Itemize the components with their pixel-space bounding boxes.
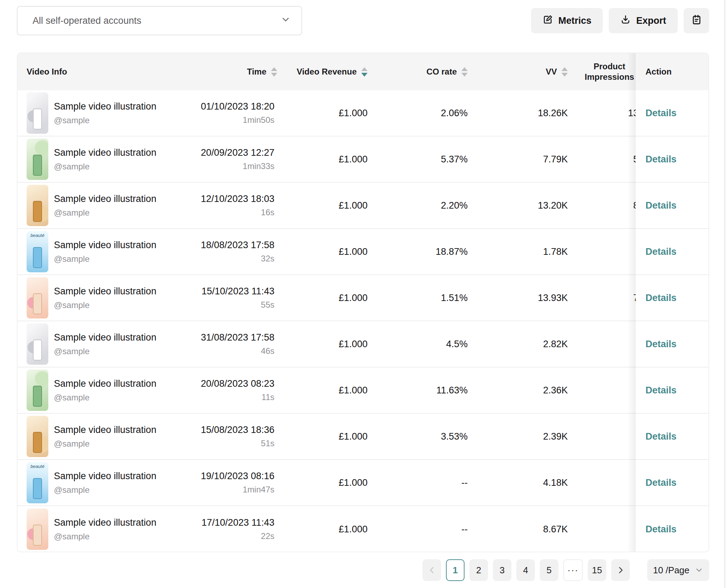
details-link[interactable]: Details — [645, 524, 677, 535]
thumb-brand-label: beauté — [27, 233, 48, 238]
video-title: Sample video illustration — [54, 378, 156, 389]
table-row: Sample video illustration @sample 20/08/… — [18, 368, 708, 414]
video-thumbnail[interactable] — [27, 92, 48, 134]
details-link[interactable]: Details — [645, 431, 677, 442]
metrics-button[interactable]: Metrics — [531, 8, 603, 33]
revenue-header-label: Video Revenue — [296, 67, 357, 77]
co-rate-value: 1.51% — [368, 293, 468, 303]
pagination-page-1[interactable]: 1 — [446, 559, 465, 581]
co-rate-value: 2.20% — [368, 200, 468, 211]
video-post-date: 19/10/2023 08:16 — [201, 471, 274, 482]
video-revenue-value: £1.000 — [277, 108, 368, 119]
video-revenue-value: £1.000 — [277, 246, 368, 257]
details-link[interactable]: Details — [645, 385, 677, 396]
video-info-cell: Sample video illustration @sample — [18, 323, 169, 365]
video-revenue-value: £1.000 — [277, 200, 368, 211]
video-title: Sample video illustration — [54, 194, 156, 204]
edit-metrics-icon — [543, 14, 553, 27]
video-thumbnail[interactable] — [27, 509, 48, 550]
table-row: Sample video illustration @sample 31/08/… — [18, 321, 708, 368]
video-title: Sample video illustration — [54, 147, 156, 158]
column-header-video-info: Video Info — [18, 67, 169, 77]
video-thumbnail[interactable]: beauté — [27, 231, 48, 272]
video-thumbnail[interactable] — [27, 139, 48, 180]
details-link[interactable]: Details — [645, 339, 677, 350]
details-link[interactable]: Details — [645, 477, 677, 488]
video-title: Sample video illustration — [54, 471, 156, 482]
video-account-handle: @sample — [54, 439, 156, 449]
table-row: Sample video illustration @sample 15/10/… — [18, 275, 708, 321]
time-cell: 31/08/2023 17:58 46s — [169, 332, 277, 356]
details-link[interactable]: Details — [645, 154, 677, 165]
video-thumbnail[interactable] — [27, 416, 48, 457]
video-duration: 55s — [261, 300, 274, 310]
video-account-handle: @sample — [54, 393, 156, 402]
pagination-page-4[interactable]: 4 — [516, 559, 535, 581]
sort-icon-co-rate[interactable] — [461, 67, 468, 77]
pagination: 12345···15 10 /Page — [423, 559, 709, 581]
pagination-ellipsis[interactable]: ··· — [563, 559, 583, 581]
sort-icon-time[interactable] — [271, 67, 277, 77]
video-info-cell: Sample video illustration @sample — [18, 277, 169, 318]
vv-value: 2.82K — [468, 339, 568, 350]
export-button-label: Export — [636, 15, 666, 26]
impressions-header-line2: Impressions — [585, 72, 634, 82]
pagination-prev-button[interactable] — [423, 559, 441, 581]
account-filter-select[interactable]: All self-operated accounts — [17, 6, 302, 35]
sort-icon-video-revenue[interactable] — [361, 67, 368, 77]
pagination-page-2[interactable]: 2 — [469, 559, 488, 581]
video-account-handle: @sample — [54, 115, 156, 125]
video-duration: 46s — [261, 346, 274, 356]
pagination-page-3[interactable]: 3 — [493, 559, 511, 581]
pagination-page-15[interactable]: 15 — [588, 559, 606, 581]
co-rate-value: 5.37% — [368, 154, 468, 165]
co-rate-value: -- — [368, 477, 468, 488]
page-size-select[interactable]: 10 /Page — [647, 559, 709, 581]
video-meta: Sample video illustration @sample — [54, 471, 156, 495]
video-duration: 22s — [261, 531, 274, 541]
column-header-action: Action — [636, 53, 708, 90]
details-link[interactable]: Details — [645, 246, 677, 257]
video-thumbnail[interactable] — [27, 370, 48, 411]
video-post-date: 20/09/2023 12:27 — [201, 147, 274, 158]
scrollbar-track[interactable] — [724, 0, 725, 588]
table-row: beauté Sample video illustration @sample… — [18, 229, 708, 275]
action-column: Action Details Details Details Details D… — [636, 53, 708, 552]
video-post-date: 20/08/2023 08:23 — [201, 378, 274, 389]
time-cell: 17/10/2023 11:43 22s — [169, 517, 277, 541]
video-duration: 51s — [261, 439, 274, 448]
video-thumbnail[interactable] — [27, 323, 48, 365]
video-post-date: 31/08/2023 17:58 — [201, 332, 274, 343]
video-title: Sample video illustration — [54, 517, 156, 528]
report-clipboard-button[interactable] — [684, 8, 709, 33]
chevron-down-icon — [280, 14, 291, 27]
pagination-page-5[interactable]: 5 — [540, 559, 558, 581]
video-title: Sample video illustration — [54, 286, 156, 297]
details-link[interactable]: Details — [645, 293, 677, 303]
column-header-time[interactable]: Time — [169, 67, 277, 77]
vv-value: 18.26K — [468, 108, 568, 119]
pagination-next-button[interactable] — [611, 559, 630, 581]
column-header-video-revenue[interactable]: Video Revenue — [277, 67, 368, 77]
sort-icon-vv[interactable] — [561, 67, 568, 77]
video-meta: Sample video illustration @sample — [54, 425, 156, 449]
video-thumbnail[interactable]: beauté — [27, 462, 48, 503]
video-title: Sample video illustration — [54, 425, 156, 435]
column-header-co-rate[interactable]: CO rate — [368, 67, 468, 77]
video-info-cell: Sample video illustration @sample — [18, 185, 169, 226]
time-cell: 20/09/2023 12:27 1min33s — [169, 147, 277, 171]
impressions-header-line1: Product — [594, 61, 626, 72]
export-button[interactable]: Export — [609, 8, 678, 33]
details-link[interactable]: Details — [645, 108, 677, 119]
video-post-date: 18/08/2023 17:58 — [201, 240, 274, 251]
video-info-cell: Sample video illustration @sample — [18, 92, 169, 134]
page-size-value: 10 /Page — [653, 565, 689, 576]
column-header-vv[interactable]: VV — [468, 67, 568, 77]
toolbar-actions: Metrics Export — [531, 8, 709, 33]
video-thumbnail[interactable] — [27, 277, 48, 318]
video-thumbnail[interactable] — [27, 185, 48, 226]
details-link[interactable]: Details — [645, 200, 677, 211]
video-post-date: 15/08/2023 18:36 — [201, 425, 274, 435]
video-duration: 1min33s — [243, 161, 274, 171]
video-account-handle: @sample — [54, 346, 156, 356]
